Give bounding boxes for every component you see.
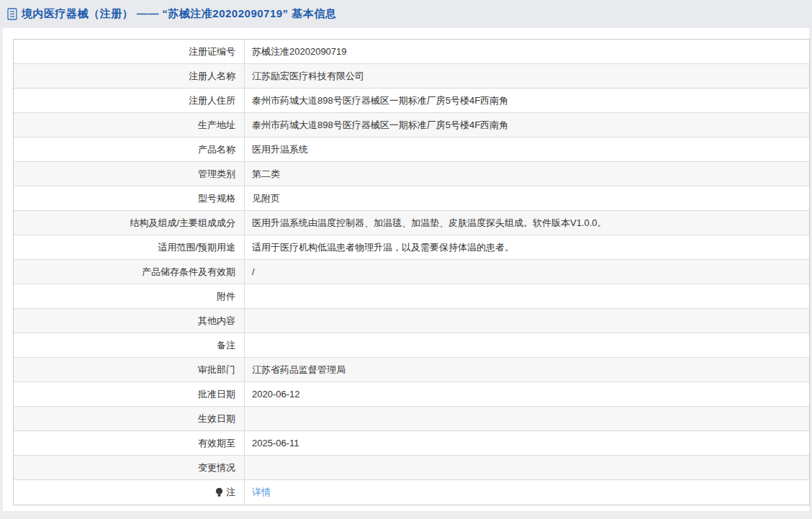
row-value — [245, 407, 809, 430]
row-label-cell: 批准日期 — [14, 382, 245, 406]
row-label-cell: 有效期至 — [14, 431, 245, 455]
row-label-cell: 其他内容 — [14, 309, 245, 333]
row-label-cell: 审批部门 — [14, 358, 245, 382]
row-label: 附件 — [217, 290, 235, 303]
row-label: 生效日期 — [198, 412, 235, 425]
table-row: 有效期至2025-06-11 — [14, 431, 809, 456]
row-label-cell: 注册证编号 — [14, 40, 245, 63]
table-row: 注详情 — [14, 480, 809, 505]
row-label-cell: 备注 — [14, 333, 245, 357]
row-label: 产品名称 — [198, 143, 235, 156]
row-label-cell: 产品储存条件及有效期 — [14, 260, 245, 284]
registration-info-table: 注册证编号苏械注准20202090719注册人名称江苏励宏医疗科技有限公司注册人… — [13, 39, 810, 505]
table-row: 其他内容 — [14, 309, 809, 333]
row-label: 批准日期 — [198, 388, 235, 401]
row-value: 医用升温系统 — [245, 137, 809, 161]
table-row: 产品名称医用升温系统 — [14, 137, 809, 162]
table-row: 生产地址泰州市药城大道898号医疗器械区一期标准厂房5号楼4F西南角 — [14, 113, 809, 137]
row-label-cell: 结构及组成/主要组成成分 — [14, 211, 245, 235]
table-row: 生效日期 — [14, 407, 809, 431]
row-label: 有效期至 — [198, 437, 235, 450]
row-label-cell: 产品名称 — [14, 137, 245, 161]
row-label-cell: 适用范围/预期用途 — [14, 235, 245, 259]
row-value — [245, 333, 809, 357]
table-row: 审批部门江苏省药品监督管理局 — [14, 358, 809, 382]
table-row: 产品储存条件及有效期/ — [14, 260, 809, 284]
table-row: 批准日期2020-06-12 — [14, 382, 809, 407]
row-value: 苏械注准20202090719 — [245, 40, 809, 63]
row-label: 生产地址 — [198, 119, 235, 132]
row-label: 注册人住所 — [189, 94, 235, 107]
table-row: 适用范围/预期用途适用于医疗机构低温患者物理升温，以及需要保持体温的患者。 — [14, 235, 809, 260]
row-label: 注 — [226, 486, 235, 499]
row-label: 审批部门 — [198, 364, 235, 376]
row-value: 医用升温系统由温度控制器、加温毯、加温垫、皮肤温度探头组成。软件版本V1.0.0… — [245, 211, 809, 235]
row-label-cell: 生效日期 — [14, 407, 245, 430]
row-label-cell: 生产地址 — [14, 113, 245, 137]
row-value: 第二类 — [245, 162, 809, 186]
table-row: 附件 — [14, 284, 809, 309]
row-label: 备注 — [217, 339, 235, 352]
row-label: 适用范围/预期用途 — [158, 241, 235, 254]
row-label: 注册人名称 — [189, 70, 235, 83]
detail-link[interactable]: 详情 — [245, 480, 809, 505]
row-value: 见附页 — [245, 186, 809, 210]
row-label: 管理类别 — [198, 168, 235, 181]
row-label-cell: 注册人名称 — [14, 64, 245, 88]
table-row: 型号规格见附页 — [14, 186, 809, 211]
row-label: 其他内容 — [198, 315, 235, 328]
row-value: 泰州市药城大道898号医疗器械区一期标准厂房5号楼4F西南角 — [245, 89, 809, 112]
row-label-cell: 型号规格 — [14, 186, 245, 210]
row-label: 结构及组成/主要组成成分 — [130, 217, 235, 230]
table-row: 管理类别第二类 — [14, 162, 809, 186]
table-row: 变更情况 — [14, 456, 809, 480]
row-label: 产品储存条件及有效期 — [142, 266, 235, 279]
row-label-cell: 附件 — [14, 284, 245, 308]
row-value — [245, 284, 809, 308]
row-value: 泰州市药城大道898号医疗器械区一期标准厂房5号楼4F西南角 — [245, 113, 809, 137]
row-label: 注册证编号 — [189, 45, 235, 58]
row-value: 2025-06-11 — [245, 431, 809, 455]
row-label: 型号规格 — [198, 192, 235, 205]
table-row: 注册人名称江苏励宏医疗科技有限公司 — [14, 64, 809, 89]
row-value: 适用于医疗机构低温患者物理升温，以及需要保持体温的患者。 — [245, 235, 809, 259]
page-header: 境内医疗器械（注册） —— “苏械注准20202090719” 基本信息 — [0, 0, 812, 28]
row-label: 变更情况 — [198, 461, 235, 474]
row-label-cell: 注 — [14, 480, 245, 505]
row-value: / — [245, 260, 809, 284]
row-value: 2020-06-12 — [245, 382, 809, 406]
bulb-icon — [215, 487, 224, 498]
row-label-cell: 管理类别 — [14, 162, 245, 186]
row-value: 江苏省药品监督管理局 — [245, 358, 809, 382]
row-value — [245, 309, 809, 333]
table-row: 备注 — [14, 333, 809, 358]
table-row: 注册人住所泰州市药城大道898号医疗器械区一期标准厂房5号楼4F西南角 — [14, 89, 809, 113]
row-value: 江苏励宏医疗科技有限公司 — [245, 64, 809, 88]
table-row: 结构及组成/主要组成成分医用升温系统由温度控制器、加温毯、加温垫、皮肤温度探头组… — [14, 211, 809, 235]
row-label-cell: 变更情况 — [14, 456, 245, 479]
row-label-cell: 注册人住所 — [14, 89, 245, 112]
table-row: 注册证编号苏械注准20202090719 — [14, 40, 809, 64]
document-icon — [7, 8, 17, 20]
content-card: 注册证编号苏械注准20202090719注册人名称江苏励宏医疗科技有限公司注册人… — [3, 28, 809, 511]
page-title: 境内医疗器械（注册） —— “苏械注准20202090719” 基本信息 — [22, 7, 336, 21]
row-value — [245, 456, 809, 479]
